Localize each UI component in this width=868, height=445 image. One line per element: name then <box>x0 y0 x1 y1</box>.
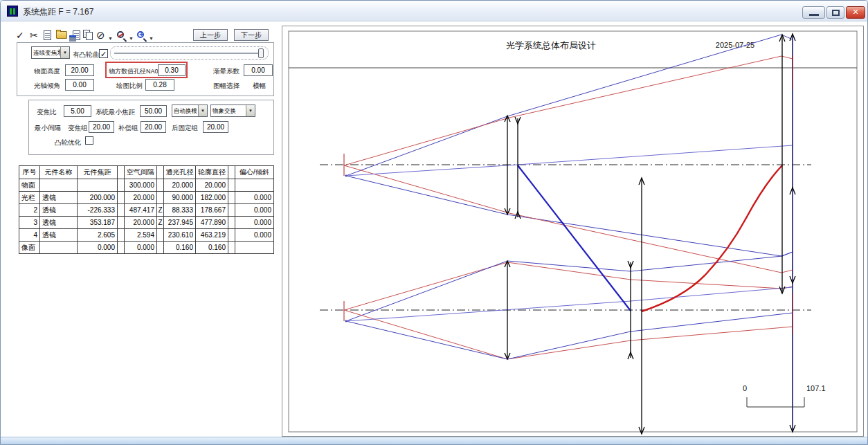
zoom-ratio-input[interactable]: 5.00 <box>64 105 91 117</box>
na0-input[interactable]: 0.30 <box>158 64 186 76</box>
comp-group-input[interactable]: 20.00 <box>141 121 166 133</box>
chevron-down-icon[interactable]: ▼ <box>60 47 69 58</box>
zoom-out-icon[interactable] <box>117 31 124 38</box>
table-cell[interactable] <box>235 242 274 254</box>
confirm-icon[interactable]: ✓ <box>16 30 24 41</box>
col-header: 轮廓直径 <box>196 166 228 179</box>
table-cell[interactable] <box>40 242 78 254</box>
min-focal-input[interactable]: 50.00 <box>140 105 167 117</box>
table-cell[interactable]: 2 <box>19 204 40 217</box>
table-cell[interactable] <box>157 179 164 192</box>
table-cell[interactable] <box>228 242 235 254</box>
table-cell[interactable]: 3 <box>19 217 40 229</box>
vignetting-input[interactable]: 0.00 <box>244 64 273 76</box>
table-cell[interactable] <box>118 204 125 217</box>
table-cell[interactable]: 20.000 <box>125 192 157 204</box>
table-cell[interactable]: 463.219 <box>196 229 228 242</box>
table-cell[interactable]: Z <box>157 217 164 229</box>
table-cell[interactable]: 0.000 <box>78 242 118 254</box>
table-cell[interactable]: 透镜 <box>40 204 78 217</box>
table-cell[interactable]: 2.605 <box>78 229 118 242</box>
table-cell[interactable] <box>78 179 118 192</box>
table-cell[interactable]: 4 <box>19 229 40 242</box>
title-bar[interactable]: 系统焦距 F = 7.167 ✕ <box>1 1 867 21</box>
system-type-select[interactable]: 连续变焦系统 ▼ <box>31 46 70 59</box>
table-cell[interactable]: 像面 <box>19 242 40 254</box>
next-step-button[interactable]: 下一步 <box>234 29 269 41</box>
table-cell[interactable] <box>228 229 235 242</box>
table-cell[interactable]: 477.890 <box>196 217 228 229</box>
exchange-mode-select[interactable]: 物象交换 ▼ <box>210 105 255 117</box>
table-cell[interactable]: Z <box>157 204 164 217</box>
table-cell[interactable]: 0.000 <box>235 204 274 217</box>
table-cell[interactable]: 0.000 <box>235 217 274 229</box>
table-cell[interactable] <box>157 192 164 204</box>
table-cell[interactable] <box>118 242 125 254</box>
group-position-arrow-right <box>779 35 785 293</box>
chevron-down-icon[interactable]: ▼ <box>198 105 207 116</box>
frame-select-value[interactable]: 横幅 <box>253 82 266 91</box>
object-height-input[interactable]: 20.00 <box>65 64 94 76</box>
ray-blue-axial <box>346 145 793 176</box>
table-cell[interactable]: 182.000 <box>196 192 228 204</box>
close-button[interactable]: ✕ <box>846 6 865 19</box>
zoom-group-input[interactable]: 20.00 <box>89 121 114 133</box>
table-cell[interactable]: 300.000 <box>125 179 157 192</box>
cut-icon[interactable]: ✂ <box>30 30 38 41</box>
table-cell[interactable]: 光栏 <box>19 192 40 204</box>
table-cell[interactable]: 487.417 <box>125 204 157 217</box>
table-cell[interactable]: 20.000 <box>164 179 196 192</box>
table-cell[interactable]: 0.000 <box>125 242 157 254</box>
table-cell[interactable]: 20.000 <box>125 217 157 229</box>
cam-curve-checkbox[interactable]: ✓ <box>99 49 108 58</box>
table-cell[interactable] <box>157 242 164 254</box>
table-cell[interactable]: 20.000 <box>196 179 228 192</box>
table-cell[interactable] <box>228 192 235 204</box>
annotate-tool-icon[interactable]: ⊘ <box>96 30 105 41</box>
draw-scale-input[interactable]: 0.28 <box>145 79 174 91</box>
table-cell[interactable] <box>228 179 235 192</box>
slider-thumb[interactable] <box>258 48 264 58</box>
table-cell[interactable]: 透镜 <box>40 229 78 242</box>
table-cell[interactable]: 88.333 <box>164 204 196 217</box>
cam-opt-checkbox[interactable] <box>85 136 93 145</box>
copy-icon[interactable] <box>83 30 94 41</box>
table-cell[interactable]: 237.945 <box>164 217 196 229</box>
table-cell[interactable] <box>228 217 235 229</box>
table-cell[interactable]: 透镜 <box>40 192 78 204</box>
plot-frame <box>289 31 857 432</box>
table-cell[interactable] <box>118 229 125 242</box>
table-cell[interactable]: 2.594 <box>125 229 157 242</box>
maximize-button[interactable] <box>826 6 844 19</box>
table-cell[interactable] <box>118 192 125 204</box>
table-cell[interactable]: 透镜 <box>40 217 78 229</box>
table-cell[interactable]: 90.000 <box>164 192 196 204</box>
table-cell[interactable] <box>118 179 125 192</box>
table-cell[interactable]: 200.000 <box>78 192 118 204</box>
table-cell[interactable]: 0.000 <box>235 229 274 242</box>
chevron-down-icon[interactable]: ▼ <box>246 105 255 116</box>
table-cell[interactable]: 353.187 <box>78 217 118 229</box>
table-cell[interactable] <box>228 204 235 217</box>
table-cell[interactable] <box>40 179 78 192</box>
axis-tilt-input[interactable]: 0.00 <box>65 79 94 91</box>
table-cell[interactable]: 0.160 <box>164 242 196 254</box>
table-cell[interactable] <box>157 229 164 242</box>
table-cell[interactable]: -226.333 <box>78 204 118 217</box>
minimize-button[interactable] <box>802 6 825 19</box>
table-cell[interactable]: 230.610 <box>164 229 196 242</box>
zoom-in-icon[interactable]: + <box>137 31 144 38</box>
cam-curve-slider[interactable] <box>110 46 269 60</box>
root-mode-select[interactable]: 自动换根 ▼ <box>172 105 208 117</box>
rear-group-input[interactable]: 20.00 <box>203 121 228 133</box>
table-cell[interactable] <box>235 179 274 192</box>
table-cell[interactable]: 178.667 <box>196 204 228 217</box>
table-cell[interactable] <box>118 217 125 229</box>
document-icon[interactable] <box>44 30 51 40</box>
table-cell[interactable]: 0.160 <box>196 242 228 254</box>
previous-step-button[interactable]: 上一步 <box>193 29 228 41</box>
table-cell[interactable]: 物面 <box>19 179 40 192</box>
paste-icon[interactable] <box>73 30 80 40</box>
table-cell[interactable]: 0.000 <box>235 192 274 204</box>
open-folder-icon[interactable] <box>56 31 67 39</box>
